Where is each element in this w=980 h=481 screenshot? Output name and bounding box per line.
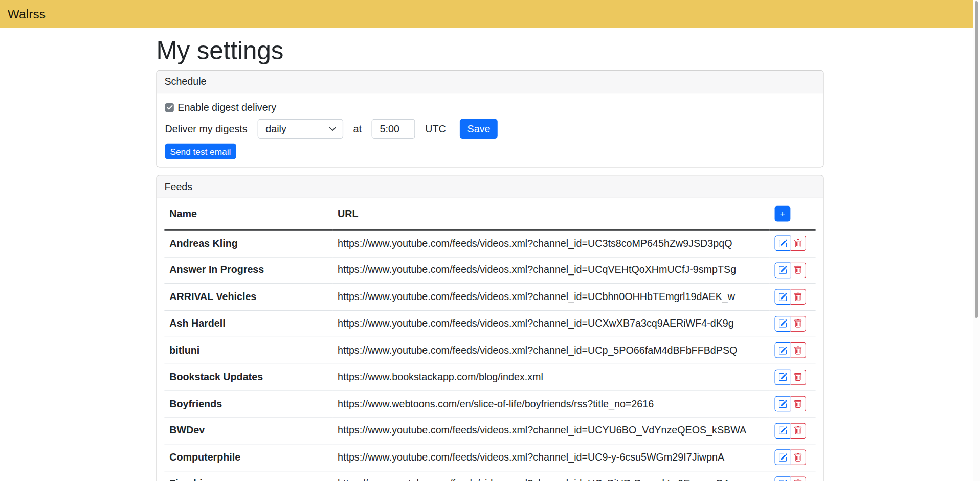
edit-feed-button[interactable] [775, 423, 791, 439]
feed-name: ARRIVAL Vehicles [164, 284, 332, 310]
edit-feed-button[interactable] [775, 342, 791, 358]
feed-url: https://www.youtube.com/feeds/videos.xml… [332, 337, 770, 363]
edit-feed-button[interactable] [775, 369, 791, 385]
feed-action-group [775, 316, 807, 332]
table-row: Computerphile https://www.youtube.com/fe… [164, 444, 815, 471]
pencil-square-icon [778, 399, 787, 408]
edit-feed-button[interactable] [775, 396, 791, 412]
feed-name: Computerphile [164, 444, 332, 471]
table-row: bitluni https://www.youtube.com/feeds/vi… [164, 337, 815, 363]
feed-action-group [775, 342, 807, 358]
pencil-square-icon [778, 319, 787, 328]
feed-actions [770, 284, 816, 310]
table-row: Bookstack Updates https://www.bookstacka… [164, 364, 815, 391]
page-root: Walrss My settings Schedule Enable diges… [0, 0, 980, 481]
time-value: 5:00 [380, 123, 399, 134]
feed-action-group [775, 396, 807, 412]
feed-action-group [775, 369, 807, 385]
delete-feed-button[interactable] [790, 449, 806, 465]
delete-feed-button[interactable] [790, 369, 806, 385]
feeds-card-body: Name URL + And [157, 198, 823, 481]
feed-actions [770, 417, 816, 444]
feed-name: BWDev [164, 417, 332, 444]
schedule-card: Schedule Enable digest delivery Deliver … [156, 70, 823, 168]
feed-name: Boyfriends [164, 391, 332, 417]
edit-feed-button[interactable] [775, 289, 791, 305]
enable-digest-label[interactable]: Enable digest delivery [177, 102, 276, 113]
trash-icon [794, 346, 803, 355]
feed-url: https://www.youtube.com/feeds/videos.xml… [332, 284, 770, 310]
enable-digest-checkbox[interactable] [165, 103, 174, 111]
delete-feed-button[interactable] [790, 289, 806, 305]
schedule-card-header: Schedule [157, 71, 823, 93]
at-label: at [353, 123, 361, 134]
feed-actions [770, 310, 816, 337]
feeds-card-header: Feeds [157, 176, 823, 198]
feeds-table: Name URL + And [164, 198, 815, 481]
delete-feed-button[interactable] [790, 316, 806, 332]
delivery-controls-row: Deliver my digests daily at 5:00 UTC Sav… [165, 119, 815, 139]
trash-icon [794, 399, 803, 408]
feed-url: https://www.youtube.com/feeds/videos.xml… [332, 471, 770, 481]
delete-feed-button[interactable] [790, 423, 806, 439]
feed-actions [770, 337, 816, 363]
time-select[interactable]: 5:00 [372, 119, 415, 139]
table-row: BWDev https://www.youtube.com/feeds/vide… [164, 417, 815, 444]
trash-icon [794, 292, 803, 301]
chevron-down-icon [328, 125, 336, 132]
feeds-card: Feeds Name URL + [156, 175, 823, 481]
pencil-square-icon [778, 292, 787, 301]
plus-icon: + [780, 209, 786, 218]
feed-url: https://www.youtube.com/feeds/videos.xml… [332, 257, 770, 283]
feed-url: https://www.youtube.com/feeds/videos.xml… [332, 230, 770, 257]
check-icon [166, 104, 173, 111]
feed-action-group [775, 449, 807, 465]
edit-feed-button[interactable] [775, 236, 791, 251]
feed-actions [770, 230, 816, 257]
column-header-actions: + [770, 198, 816, 230]
column-header-url: URL [332, 198, 770, 230]
pencil-square-icon [778, 346, 787, 355]
frequency-select[interactable]: daily [257, 119, 343, 139]
table-row: Answer In Progress https://www.youtube.c… [164, 257, 815, 283]
feed-name: Bookstack Updates [164, 364, 332, 391]
table-row: ARRIVAL Vehicles https://www.youtube.com… [164, 284, 815, 310]
edit-feed-button[interactable] [775, 449, 791, 465]
trash-icon [794, 319, 803, 328]
table-row: Boyfriends https://www.webtoons.com/en/s… [164, 391, 815, 417]
delete-feed-button[interactable] [790, 396, 806, 412]
delete-feed-button[interactable] [790, 262, 806, 278]
edit-feed-button[interactable] [775, 262, 791, 278]
feed-actions [770, 257, 816, 283]
feed-name: Andreas Kling [164, 230, 332, 257]
trash-icon [794, 453, 803, 462]
feed-action-group [775, 289, 807, 305]
feed-action-group [775, 476, 807, 481]
enable-digest-row: Enable digest delivery [165, 101, 815, 114]
delete-feed-button[interactable] [790, 342, 806, 358]
feed-url: https://www.youtube.com/feeds/videos.xml… [332, 310, 770, 337]
trash-icon [794, 373, 803, 381]
feed-name: Ash Hardell [164, 310, 332, 337]
send-test-email-button[interactable]: Send test email [165, 144, 236, 159]
edit-feed-button[interactable] [775, 316, 791, 332]
column-header-name: Name [164, 198, 332, 230]
feed-actions [770, 391, 816, 417]
table-row: Fireship https://www.youtube.com/feeds/v… [164, 471, 815, 481]
feed-name: Answer In Progress [164, 257, 332, 283]
save-button[interactable]: Save [460, 119, 498, 139]
pencil-square-icon [778, 426, 787, 435]
feed-name: bitluni [164, 337, 332, 363]
main-container: My settings Schedule Enable digest deliv… [156, 36, 823, 481]
feed-url: https://www.bookstackapp.com/blog/index.… [332, 364, 770, 391]
delete-feed-button[interactable] [790, 236, 806, 251]
edit-feed-button[interactable] [775, 476, 791, 481]
feed-url: https://www.youtube.com/feeds/videos.xml… [332, 417, 770, 444]
scrollbar-thumb[interactable] [975, 1, 978, 318]
add-feed-button[interactable]: + [775, 206, 791, 222]
trash-icon [794, 426, 803, 435]
feeds-table-body: Andreas Kling https://www.youtube.com/fe… [164, 230, 815, 481]
brand-link[interactable]: Walrss [8, 7, 46, 21]
vertical-scrollbar [973, 0, 980, 481]
delete-feed-button[interactable] [790, 476, 806, 481]
